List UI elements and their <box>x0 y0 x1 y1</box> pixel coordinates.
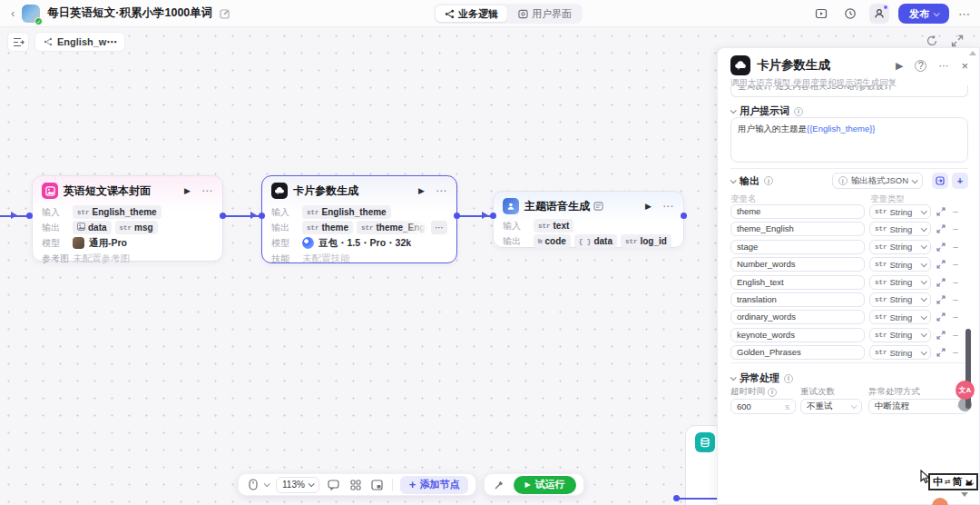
remove-variable-button[interactable]: − <box>951 223 960 234</box>
workflow-file-tab[interactable]: English_w⋯ <box>34 32 125 52</box>
variable-type-select[interactable]: strString <box>869 257 931 272</box>
chevron-down-icon <box>934 10 940 16</box>
zoom-level-select[interactable]: 113% <box>276 477 319 493</box>
params-input-port[interactable] <box>259 213 265 219</box>
remove-variable-button[interactable]: − <box>951 277 960 288</box>
voice-output-port[interactable] <box>681 213 687 219</box>
add-node-button[interactable]: + 添加节点 <box>400 476 469 494</box>
output-format-select[interactable]: i 输出格式JSON <box>832 173 923 189</box>
remove-variable-button[interactable]: − <box>951 312 960 322</box>
run-node-button[interactable]: ▶ <box>645 202 652 211</box>
help-icon[interactable]: ? <box>915 60 926 72</box>
variable-type-select[interactable]: strString <box>869 345 931 360</box>
variable-name-input[interactable]: English_text <box>730 275 865 290</box>
output-section-header[interactable]: 输出 i <box>730 174 832 188</box>
run-node-button[interactable]: ▶ <box>896 60 903 72</box>
node-more-button[interactable]: ⋯ <box>436 184 447 197</box>
output-format-label: 输出格式JSON <box>851 175 908 187</box>
variable-type-select[interactable]: strString <box>869 240 931 254</box>
expand-variable-button[interactable] <box>936 331 946 340</box>
handle-select[interactable]: 中断流程 <box>868 399 968 414</box>
sidebar-toggle-button[interactable] <box>7 32 29 52</box>
preview-icon[interactable] <box>811 4 831 24</box>
hidden-node-port[interactable] <box>673 495 680 501</box>
variable-name-input[interactable]: keynote_words <box>730 328 865 342</box>
params-output-port[interactable] <box>454 213 460 219</box>
node-cover-generator[interactable]: 英语短文课本封面 ▶ ⋯ 输入strEnglish_theme 输出datast… <box>32 175 223 262</box>
topbar-more-button[interactable]: ⋯ <box>958 7 971 21</box>
var-chip-label: English_theme <box>93 207 157 217</box>
expand-variable-button[interactable] <box>936 243 946 252</box>
expand-variable-button[interactable] <box>936 207 946 216</box>
type-str-icon: str <box>120 224 132 232</box>
variable-type-select[interactable]: strString <box>869 292 931 307</box>
variable-name-input[interactable]: ordinary_words <box>730 310 865 324</box>
remove-variable-button[interactable]: − <box>951 347 960 358</box>
system-prompt-clipped[interactable]: 全局设计·短文内容相关JSON的参数设计 <box>730 85 968 97</box>
expand-variable-button[interactable] <box>936 260 946 269</box>
lang-convert-widget[interactable]: 中 ⇄ 简 <box>928 473 978 490</box>
more-outputs-button[interactable]: ⋯ <box>431 221 447 234</box>
publish-button[interactable]: 发布 <box>898 4 949 24</box>
pointer-mode-icon[interactable] <box>246 478 260 492</box>
node-more-button[interactable]: ⋯ <box>662 200 674 213</box>
node-card-params[interactable]: 卡片参数生成 ▶ ⋯ 输入strEnglish_theme 输出 strthem… <box>261 175 457 263</box>
variable-name-input[interactable]: Golden_Phrases <box>730 345 865 360</box>
variable-name-input[interactable]: translation <box>730 292 865 307</box>
retry-select[interactable]: 不重试 <box>800 399 862 414</box>
remove-variable-button[interactable]: − <box>951 206 960 217</box>
tab-user-interface[interactable]: 用户界面 <box>509 5 581 22</box>
auto-layout-icon[interactable] <box>348 478 363 492</box>
node-more-button[interactable]: ⋯ <box>201 184 213 197</box>
voice-input-port[interactable] <box>490 213 496 219</box>
variable-type-select[interactable]: strString <box>869 310 931 324</box>
scrollbar-up-arrow[interactable] <box>969 51 976 55</box>
tab-business-logic[interactable]: 业务逻辑 <box>436 5 507 22</box>
remove-variable-button[interactable]: − <box>951 330 960 341</box>
expand-variable-button[interactable] <box>936 224 946 233</box>
add-variable-button[interactable]: + <box>952 173 968 189</box>
project-avatar[interactable]: ✓ <box>22 5 40 23</box>
cover-output-port[interactable] <box>220 213 226 219</box>
chevron-down-icon[interactable] <box>264 480 270 487</box>
variable-type-select[interactable]: strString <box>869 222 931 236</box>
remove-variable-button[interactable]: − <box>951 294 960 305</box>
expand-variable-button[interactable] <box>936 295 946 304</box>
user-prompt-textarea[interactable]: 用户输入的主题是{{English_theme}} <box>730 117 968 163</box>
back-button[interactable]: ‹ <box>11 6 15 20</box>
run-node-button[interactable]: ▶ <box>184 186 191 195</box>
user-prompt-section-header[interactable]: 用户提示词 i <box>730 104 803 118</box>
variable-name-input[interactable]: theme_English <box>730 222 865 236</box>
expand-variable-button[interactable] <box>936 348 946 357</box>
node-voice-generator[interactable]: 主题语音生成 ▶ ⋯ 输入strtext 输出№code{ }datastrlo… <box>493 191 684 248</box>
expand-variable-button[interactable] <box>936 278 946 287</box>
translate-floating-button[interactable]: 文A <box>956 381 975 400</box>
timeout-input[interactable]: 600 s <box>730 399 796 414</box>
debug-tools-icon[interactable] <box>492 478 506 492</box>
import-variables-button[interactable] <box>932 173 948 189</box>
remove-variable-button[interactable]: − <box>951 242 960 252</box>
close-panel-button[interactable]: × <box>961 59 968 73</box>
variable-type-select[interactable]: strString <box>869 204 931 219</box>
refresh-icon[interactable] <box>926 35 938 47</box>
remove-variable-button[interactable]: − <box>951 259 960 270</box>
exception-section-header[interactable]: 异常处理 i <box>730 371 793 385</box>
edit-title-icon[interactable] <box>220 8 230 19</box>
minimap-icon[interactable] <box>370 478 385 492</box>
type-str-icon: str <box>307 224 319 232</box>
test-run-button[interactable]: ▶ 试运行 <box>514 476 575 494</box>
collaboration-icon[interactable] <box>869 4 889 24</box>
expand-variable-button[interactable] <box>936 312 946 322</box>
expand-icon[interactable] <box>951 35 964 47</box>
history-icon[interactable] <box>840 4 860 24</box>
comment-icon[interactable] <box>327 478 341 492</box>
variable-name-input[interactable]: Number_words <box>730 257 865 272</box>
run-node-button[interactable]: ▶ <box>418 186 425 195</box>
panel-more-button[interactable]: ⋯ <box>938 60 949 72</box>
variable-name-input[interactable]: theme <box>730 204 865 219</box>
variable-name-input[interactable]: stage <box>730 240 865 254</box>
variable-type-select[interactable]: strString <box>869 328 931 342</box>
cover-input-port[interactable] <box>26 213 33 219</box>
variable-type-select[interactable]: strString <box>869 275 931 290</box>
var-chip-label: msg <box>134 223 153 233</box>
